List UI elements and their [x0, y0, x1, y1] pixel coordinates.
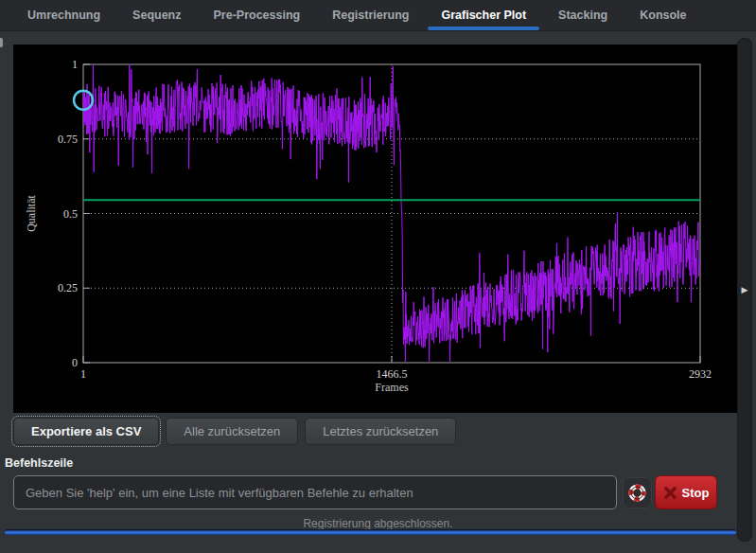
- x-tick-label: 2932: [689, 367, 712, 381]
- side-panel-expander[interactable]: ▶: [737, 38, 752, 542]
- y-tick-label: 0.75: [58, 133, 78, 146]
- y-tick-label: 1: [72, 58, 78, 71]
- tab-label: Konsole: [640, 9, 686, 22]
- export-csv-button[interactable]: Exportiere als CSV: [13, 418, 159, 445]
- stop-button[interactable]: Stop: [655, 475, 717, 509]
- tab-bar: UmrechnungSequenzPre-ProcessingRegistrie…: [0, 0, 756, 31]
- status-message: Registrierung abgeschlossen.: [0, 517, 756, 530]
- reset-all-button[interactable]: Alle zurücksetzen: [166, 418, 298, 445]
- app-window: UmrechnungSequenzPre-ProcessingRegistrie…: [0, 0, 756, 553]
- tab-label: Pre-Processing: [214, 9, 301, 22]
- tab-label: Sequenz: [132, 9, 181, 22]
- x-tick-label: 1466.5: [377, 367, 408, 381]
- reset-last-button[interactable]: Letztes zurücksetzen: [305, 418, 456, 445]
- tab-label: Stacking: [558, 9, 607, 22]
- lifebuoy-icon: [627, 483, 647, 503]
- tab-registrierung[interactable]: Registrierung: [316, 0, 425, 30]
- plot-panel: 00.250.50.75111466.52932FramesQualität: [13, 45, 744, 413]
- tab-konsole[interactable]: Konsole: [624, 0, 702, 30]
- y-tick-label: 0: [72, 356, 78, 369]
- stop-button-label: Stop: [682, 486, 710, 500]
- stop-x-icon: [663, 486, 677, 500]
- tab-pre-processing[interactable]: Pre-Processing: [198, 0, 317, 30]
- x-tick-label: 1: [80, 367, 86, 381]
- tab-sequenz[interactable]: Sequenz: [116, 0, 197, 30]
- progress-bar: [5, 529, 736, 535]
- command-input[interactable]: [13, 475, 617, 509]
- tab-umrechnung[interactable]: Umrechnung: [11, 0, 116, 30]
- tab-stacking[interactable]: Stacking: [542, 0, 624, 30]
- help-button[interactable]: [623, 477, 652, 508]
- y-axis-label: Qualität: [25, 195, 38, 232]
- tab-label: Registrierung: [332, 9, 409, 22]
- y-tick-label: 0.5: [63, 207, 78, 221]
- y-tick-label: 0.25: [58, 281, 78, 294]
- quality-plot[interactable]: 00.250.50.75111466.52932FramesQualität: [13, 45, 744, 413]
- plot-toolbar: Exportiere als CSV Alle zurücksetzen Let…: [13, 418, 456, 445]
- right-arrow-icon: ▶: [742, 286, 748, 294]
- left-splitter-handle[interactable]: [0, 38, 3, 47]
- tab-label: Umrechnung: [27, 9, 100, 22]
- tab-grafischer-plot[interactable]: Grafischer Plot: [425, 0, 542, 30]
- tab-label: Grafischer Plot: [441, 9, 526, 22]
- x-axis-label: Frames: [375, 381, 409, 394]
- command-line-title: Befehlszeile: [5, 456, 73, 470]
